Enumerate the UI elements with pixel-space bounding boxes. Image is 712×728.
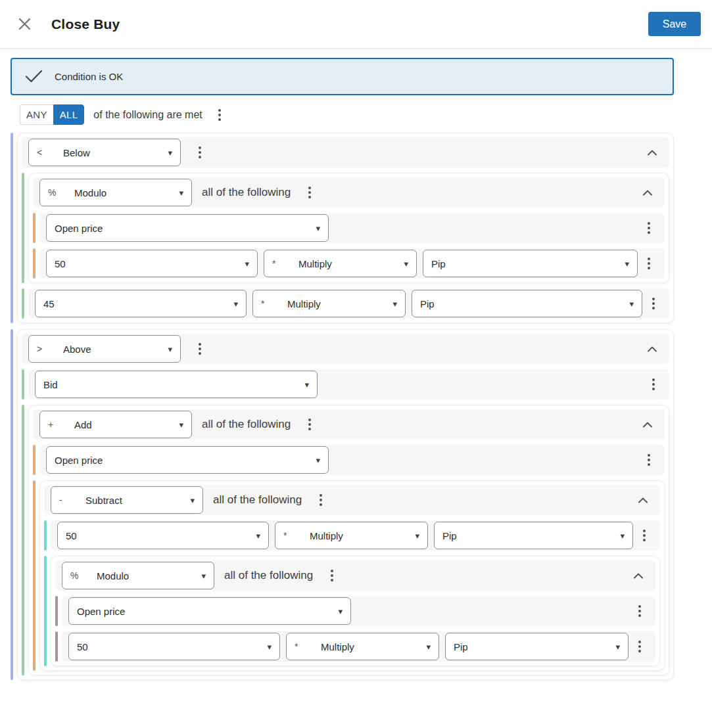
unit-select[interactable]: Pip▾ xyxy=(423,250,638,277)
condition-row: 50▾*Multiply▾Pip▾ xyxy=(39,248,665,279)
operator-select[interactable]: %Modulo▾ xyxy=(62,562,214,589)
select-value: 45 xyxy=(43,298,55,309)
condition-row: 45▾*Multiply▾Pip▾ xyxy=(28,288,669,319)
indent-bar xyxy=(11,133,13,323)
condition-node: <Below▾%Modulo▾all of the followingOpen … xyxy=(11,133,674,323)
select-value: Below xyxy=(63,147,90,158)
group-header-row: +Add▾all of the following xyxy=(33,409,665,440)
operator-symbol: * xyxy=(283,530,310,541)
chevron-up-icon[interactable] xyxy=(643,342,659,356)
caret-down-icon: ▾ xyxy=(310,223,320,233)
chevron-up-icon[interactable] xyxy=(629,568,645,583)
condition-node: Bid▾ xyxy=(22,369,669,399)
operand-select[interactable]: Open price▾ xyxy=(46,446,329,474)
kebab-dot xyxy=(648,463,650,466)
group-suffix-label: all of the following xyxy=(202,418,291,431)
kebab-dot xyxy=(331,570,333,572)
kebab-dot xyxy=(648,227,650,229)
kebab-dot xyxy=(652,298,655,300)
condition-node: 45▾*Multiply▾Pip▾ xyxy=(22,288,669,319)
kebab-menu-icon[interactable] xyxy=(195,339,205,359)
select-value: Open price xyxy=(55,223,103,234)
condition-group-card: <Below▾%Modulo▾all of the followingOpen … xyxy=(17,133,674,323)
operator-symbol: % xyxy=(48,187,74,198)
chevron-up-icon[interactable] xyxy=(638,185,654,200)
condition-row: Bid▾ xyxy=(28,369,669,399)
operation-select[interactable]: *Multiply▾ xyxy=(275,522,428,549)
operation-select[interactable]: *Multiply▾ xyxy=(252,290,406,317)
toggle-all-button[interactable]: ALL xyxy=(53,104,85,125)
kebab-dot xyxy=(320,499,322,501)
unit-select[interactable]: Pip▾ xyxy=(445,633,629,660)
select-value: Open price xyxy=(55,455,103,466)
operation-select[interactable]: *Multiply▾ xyxy=(264,250,417,277)
operand-select[interactable]: Open price▾ xyxy=(46,214,329,242)
operator-symbol: > xyxy=(37,344,63,354)
kebab-menu-icon[interactable] xyxy=(639,526,650,545)
value-select[interactable]: 50▾ xyxy=(46,250,258,277)
kebab-menu-icon[interactable] xyxy=(316,490,326,510)
close-button[interactable] xyxy=(14,14,34,34)
kebab-menu-icon[interactable] xyxy=(195,143,205,162)
operator-select[interactable]: >Above▾ xyxy=(28,335,181,363)
kebab-menu-icon[interactable] xyxy=(304,415,315,434)
condition-group-card: %Modulo▾all of the followingOpen price▾5… xyxy=(28,173,669,283)
kebab-menu-icon[interactable] xyxy=(648,294,659,313)
dialog-body: Condition is OK ANY ALL of the following… xyxy=(0,49,712,697)
operation-select[interactable]: *Multiply▾ xyxy=(286,633,439,660)
kebab-dot xyxy=(643,530,646,532)
unit-select[interactable]: Pip▾ xyxy=(412,290,642,317)
condition-row: Open price▾ xyxy=(62,596,655,626)
status-banner-text: Condition is OK xyxy=(55,71,123,82)
kebab-menu-icon[interactable] xyxy=(648,375,659,394)
operator-select[interactable]: <Below▾ xyxy=(28,139,181,166)
select-value: Pip xyxy=(442,530,457,541)
group-suffix-label: all of the following xyxy=(202,186,291,199)
indent-bar xyxy=(33,213,36,243)
value-select[interactable]: 50▾ xyxy=(57,522,269,549)
kebab-menu-icon[interactable] xyxy=(327,566,337,585)
kebab-menu-icon[interactable] xyxy=(644,218,654,238)
unit-select[interactable]: Pip▾ xyxy=(434,522,633,549)
chevron-up-icon[interactable] xyxy=(638,417,654,432)
kebab-dot xyxy=(199,352,201,355)
operand-select[interactable]: Bid▾ xyxy=(35,371,318,398)
condition-group-card: -Subtract▾all of the following50▾*Multip… xyxy=(39,480,665,671)
indent-bar xyxy=(22,173,24,283)
kebab-dot xyxy=(648,459,650,461)
condition-group-card: >Above▾Bid▾+Add▾all of the followingOpen… xyxy=(17,329,674,680)
root-condition-row: ANY ALL of the following are met xyxy=(20,104,674,125)
kebab-dot xyxy=(652,383,655,386)
caret-down-icon: ▾ xyxy=(410,531,419,541)
select-value: Multiply xyxy=(287,298,321,309)
save-button[interactable]: Save xyxy=(648,12,701,36)
value-select[interactable]: 50▾ xyxy=(68,633,280,660)
condition-node: +Add▾all of the followingOpen price▾-Sub… xyxy=(22,405,669,675)
select-value: Pip xyxy=(431,258,446,269)
toggle-any-button[interactable]: ANY xyxy=(20,104,53,125)
kebab-menu-icon[interactable] xyxy=(634,601,645,621)
page-title: Close Buy xyxy=(51,16,120,32)
chevron-up-icon[interactable] xyxy=(634,493,650,507)
operator-select[interactable]: -Subtract▾ xyxy=(51,486,203,514)
kebab-menu-icon[interactable] xyxy=(644,254,654,273)
operator-select[interactable]: +Add▾ xyxy=(39,411,192,438)
caret-down-icon: ▾ xyxy=(162,344,172,354)
group-header-row: -Subtract▾all of the following xyxy=(44,485,660,515)
chevron-up-icon[interactable] xyxy=(643,145,659,160)
kebab-dot xyxy=(638,610,641,612)
kebab-dot xyxy=(652,388,655,390)
condition-tree: <Below▾%Modulo▾all of the followingOpen … xyxy=(11,133,674,680)
value-select[interactable]: 45▾ xyxy=(35,290,247,317)
kebab-menu-icon[interactable] xyxy=(214,105,225,125)
kebab-menu-icon[interactable] xyxy=(644,450,654,470)
select-value: Pip xyxy=(454,641,468,652)
x-icon xyxy=(18,17,32,31)
close-buy-dialog: Close Buy Save Condition is OK ANY ALL o… xyxy=(0,0,712,697)
kebab-menu-icon[interactable] xyxy=(634,637,645,656)
caret-down-icon: ▾ xyxy=(299,380,309,390)
operand-select[interactable]: Open price▾ xyxy=(68,597,351,625)
kebab-menu-icon[interactable] xyxy=(304,183,315,202)
indent-bar xyxy=(44,556,47,666)
operator-select[interactable]: %Modulo▾ xyxy=(39,179,192,206)
